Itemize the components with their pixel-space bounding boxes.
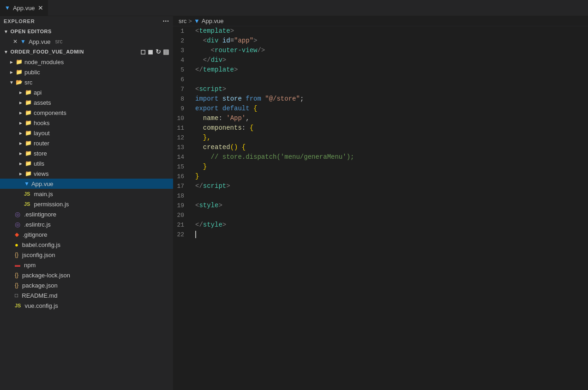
json-icon: {} bbox=[15, 272, 18, 278]
refresh-icon[interactable]: ↻ bbox=[156, 48, 162, 55]
line-number: 10 bbox=[173, 114, 192, 123]
code-line-10: 10 name: 'App', bbox=[173, 114, 588, 123]
tree-item-permission-js[interactable]: JS permission.js bbox=[0, 199, 173, 209]
code-editor[interactable]: 1 <template> 2 <div id="app"> 3 <router-… bbox=[173, 26, 588, 390]
breadcrumb-src[interactable]: src bbox=[179, 18, 186, 24]
tree-label: package-lock.json bbox=[22, 272, 70, 279]
code-line-16: 16 } bbox=[173, 172, 588, 181]
tab-label: App.vue bbox=[13, 5, 35, 12]
folder-chevron-icon: ► bbox=[18, 171, 23, 176]
tree-label: views bbox=[34, 170, 49, 177]
tree-item-gitignore[interactable]: ◆ .gitignore bbox=[0, 229, 173, 240]
line-number: 22 bbox=[173, 230, 192, 240]
tree-item-main-js[interactable]: JS main.js bbox=[0, 189, 173, 199]
npm-icon: ▬ bbox=[15, 262, 20, 268]
tree-item-api[interactable]: ► 📁 api bbox=[0, 87, 173, 97]
code-line-6: 6 bbox=[173, 75, 588, 84]
line-content: <router-view/> bbox=[192, 46, 588, 55]
line-content: components: { bbox=[192, 123, 588, 133]
line-number: 7 bbox=[173, 84, 192, 94]
tree-label: api bbox=[34, 89, 42, 96]
tree-label: src bbox=[24, 79, 32, 86]
line-content: </script> bbox=[192, 181, 588, 191]
project-header[interactable]: ▼ ORDER_FOOD_VUE_ADMIN ◻ ◼ ↻ ▤ bbox=[0, 47, 173, 57]
tree-item-app-vue[interactable]: ▼ App.vue bbox=[0, 179, 173, 189]
sidebar: EXPLORER ⋯ ▼ OPEN EDITORS ✕ ▼ App.vue sr… bbox=[0, 16, 173, 390]
js-file-icon: JS bbox=[24, 191, 30, 197]
editor-area: src > ▼ App.vue 1 <template> 2 <div id="… bbox=[173, 16, 588, 390]
open-editors-header[interactable]: ▼ OPEN EDITORS bbox=[0, 26, 173, 36]
tree-item-store[interactable]: ► 📁 store bbox=[0, 148, 173, 158]
code-line-7: 7 <script> bbox=[173, 84, 588, 94]
folder-icon: 📁 bbox=[25, 170, 32, 177]
line-number: 2 bbox=[173, 36, 192, 46]
tree-item-package-json[interactable]: {} package.json bbox=[0, 280, 173, 290]
tree-item-components[interactable]: ► 📁 components bbox=[0, 108, 173, 118]
tree-item-layout[interactable]: ► 📁 layout bbox=[0, 128, 173, 138]
tree-label: .eslintrc.js bbox=[24, 221, 51, 228]
eslint-icon: ◎ bbox=[15, 221, 20, 228]
tree-item-eslintrc-js[interactable]: ◎ .eslintrc.js bbox=[0, 219, 173, 229]
open-editors-label: OPEN EDITORS bbox=[10, 29, 52, 34]
tab-bar: ▼ App.vue ✕ bbox=[0, 0, 588, 16]
breadcrumb: src > ▼ App.vue bbox=[173, 16, 588, 26]
open-editor-item[interactable]: ✕ ▼ App.vue src bbox=[0, 36, 173, 47]
tree-item-router[interactable]: ► 📁 router bbox=[0, 138, 173, 148]
ellipsis-icon[interactable]: ⋯ bbox=[162, 18, 169, 25]
tab-app-vue[interactable]: ▼ App.vue ✕ bbox=[0, 0, 48, 16]
code-line-12: 12 }, bbox=[173, 133, 588, 143]
folder-icon: 📁 bbox=[25, 150, 32, 156]
line-number: 19 bbox=[173, 201, 192, 210]
tree-item-babel-config[interactable]: ● babel.config.js bbox=[0, 240, 173, 250]
tree-item-vue-config[interactable]: JS vue.config.js bbox=[0, 300, 173, 311]
code-line-1: 1 <template> bbox=[173, 26, 588, 36]
line-number: 14 bbox=[173, 152, 192, 162]
folder-icon: 📁 bbox=[16, 69, 23, 75]
line-number: 15 bbox=[173, 162, 192, 172]
tree-label: public bbox=[24, 69, 40, 76]
tree-item-src[interactable]: ▼ 📂 src bbox=[0, 77, 173, 87]
close-icon[interactable]: ✕ bbox=[38, 4, 43, 12]
tree-item-node-modules[interactable]: ► 📁 node_modules bbox=[0, 57, 173, 67]
breadcrumb-file[interactable]: App.vue bbox=[202, 18, 224, 24]
js-file-icon: JS bbox=[15, 303, 21, 308]
tree-label: store bbox=[34, 150, 47, 157]
tree-item-readme[interactable]: □ README.md bbox=[0, 290, 173, 300]
tree-item-public[interactable]: ► 📁 public bbox=[0, 67, 173, 77]
tree-label: main.js bbox=[34, 191, 53, 198]
folder-icon: 📁 bbox=[25, 140, 32, 146]
code-line-2: 2 <div id="app"> bbox=[173, 36, 588, 46]
tree-item-utils[interactable]: ► 📁 utils bbox=[0, 158, 173, 168]
code-content: 1 <template> 2 <div id="app"> 3 <router-… bbox=[173, 26, 588, 240]
folder-chevron-icon: ► bbox=[9, 60, 14, 65]
line-content: } bbox=[192, 162, 588, 172]
folder-icon: 📁 bbox=[25, 109, 32, 116]
line-content: }, bbox=[192, 133, 588, 143]
tree-item-assets[interactable]: ► 📁 assets bbox=[0, 97, 173, 108]
collapse-icon[interactable]: ▤ bbox=[163, 48, 169, 55]
tree-label: .eslintignore bbox=[24, 211, 56, 218]
tree-item-jsconfig-json[interactable]: {} jsconfig.json bbox=[0, 250, 173, 260]
project-chevron-icon: ▼ bbox=[4, 49, 8, 54]
tree-item-eslintignore[interactable]: ◎ .eslintignore bbox=[0, 209, 173, 219]
tree-item-hooks[interactable]: ► 📁 hooks bbox=[0, 118, 173, 128]
folder-icon: 📁 bbox=[25, 89, 32, 96]
tree-item-npm[interactable]: ▬ npm bbox=[0, 260, 173, 270]
line-content: </div> bbox=[192, 55, 588, 65]
tree-item-package-lock[interactable]: {} package-lock.json bbox=[0, 270, 173, 280]
line-content: <script> bbox=[192, 84, 588, 94]
line-content bbox=[192, 191, 588, 201]
tree-label: router bbox=[34, 140, 49, 147]
new-file-icon[interactable]: ◻ bbox=[140, 48, 146, 55]
line-content bbox=[192, 75, 588, 84]
tree-label: assets bbox=[34, 99, 51, 106]
line-content: created() { bbox=[192, 143, 588, 152]
close-editor-icon[interactable]: ✕ bbox=[13, 38, 18, 45]
code-line-20: 20 bbox=[173, 210, 588, 220]
line-number: 11 bbox=[173, 123, 192, 133]
tree-item-views[interactable]: ► 📁 views bbox=[0, 168, 173, 179]
open-editors-section: ▼ OPEN EDITORS ✕ ▼ App.vue src bbox=[0, 26, 173, 47]
new-folder-icon[interactable]: ◼ bbox=[148, 48, 154, 55]
tree-label: npm bbox=[24, 262, 36, 269]
vue-file-icon: ▼ bbox=[20, 38, 26, 45]
